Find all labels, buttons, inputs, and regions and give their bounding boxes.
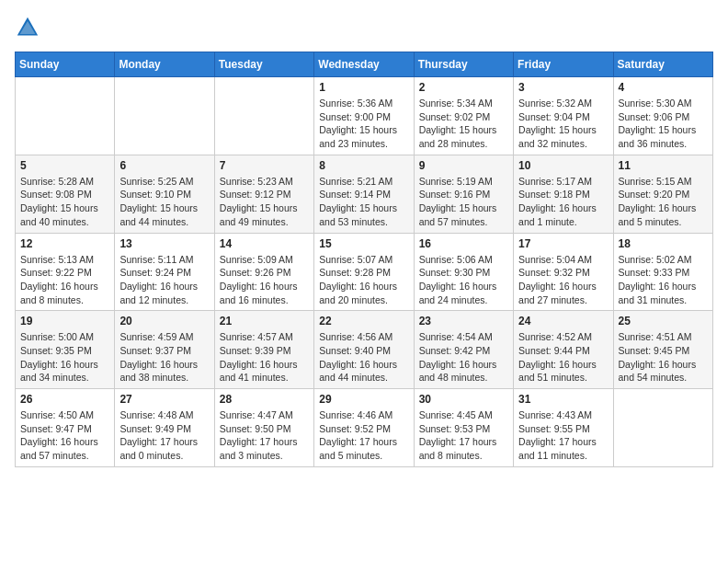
calendar-cell: 10Sunrise: 5:17 AMSunset: 9:18 PMDayligh… [514,155,613,233]
calendar-cell: 16Sunrise: 5:06 AMSunset: 9:30 PMDayligh… [414,233,513,311]
day-info: Sunrise: 5:30 AMSunset: 9:06 PMDaylight:… [619,97,708,151]
calendar-week-row: 1Sunrise: 5:36 AMSunset: 9:00 PMDaylight… [16,77,713,155]
calendar-cell: 15Sunrise: 5:07 AMSunset: 9:28 PMDayligh… [314,233,414,311]
calendar-cell: 2Sunrise: 5:34 AMSunset: 9:02 PMDaylight… [414,77,513,155]
calendar-cell: 22Sunrise: 4:56 AMSunset: 9:40 PMDayligh… [314,311,414,389]
day-info: Sunrise: 5:06 AMSunset: 9:30 PMDaylight:… [419,253,508,307]
calendar-cell: 19Sunrise: 5:00 AMSunset: 9:35 PMDayligh… [16,311,115,389]
day-info: Sunrise: 4:48 AMSunset: 9:49 PMDaylight:… [119,408,209,463]
day-number: 19 [20,315,109,327]
weekday-header: Thursday [414,52,513,77]
calendar-cell: 9Sunrise: 5:19 AMSunset: 9:16 PMDaylight… [414,155,513,233]
calendar-cell: 26Sunrise: 4:50 AMSunset: 9:47 PMDayligh… [16,389,115,467]
day-info: Sunrise: 5:00 AMSunset: 9:35 PMDaylight:… [20,330,109,385]
calendar-week-row: 26Sunrise: 4:50 AMSunset: 9:47 PMDayligh… [16,389,713,467]
day-info: Sunrise: 4:54 AMSunset: 9:42 PMDaylight:… [419,330,508,385]
day-info: Sunrise: 5:11 AMSunset: 9:24 PMDaylight:… [119,253,209,307]
weekday-header: Saturday [613,52,712,77]
day-number: 20 [119,315,209,327]
day-info: Sunrise: 5:02 AMSunset: 9:33 PMDaylight:… [619,253,708,307]
day-info: Sunrise: 5:19 AMSunset: 9:16 PMDaylight:… [419,175,508,229]
day-number: 1 [319,81,408,94]
day-number: 18 [619,237,708,250]
calendar-cell: 20Sunrise: 4:59 AMSunset: 9:37 PMDayligh… [115,311,214,389]
day-info: Sunrise: 5:23 AMSunset: 9:12 PMDaylight:… [220,175,309,229]
day-info: Sunrise: 5:36 AMSunset: 9:00 PMDaylight:… [319,97,408,151]
day-number: 15 [319,237,408,250]
calendar-cell: 27Sunrise: 4:48 AMSunset: 9:49 PMDayligh… [115,389,214,467]
calendar-cell: 13Sunrise: 5:11 AMSunset: 9:24 PMDayligh… [115,233,214,311]
weekday-row: SundayMondayTuesdayWednesdayThursdayFrid… [16,52,713,77]
day-info: Sunrise: 5:04 AMSunset: 9:32 PMDaylight:… [518,253,608,307]
day-info: Sunrise: 5:25 AMSunset: 9:10 PMDaylight:… [119,175,209,229]
day-info: Sunrise: 5:32 AMSunset: 9:04 PMDaylight:… [518,97,608,151]
calendar-cell: 4Sunrise: 5:30 AMSunset: 9:06 PMDaylight… [613,77,712,155]
day-number: 5 [20,159,109,172]
calendar-cell: 29Sunrise: 4:46 AMSunset: 9:52 PMDayligh… [314,389,414,467]
day-number: 14 [220,237,309,250]
day-info: Sunrise: 4:43 AMSunset: 9:55 PMDaylight:… [518,408,608,463]
calendar-cell: 6Sunrise: 5:25 AMSunset: 9:10 PMDaylight… [115,155,214,233]
calendar-cell: 7Sunrise: 5:23 AMSunset: 9:12 PMDaylight… [214,155,313,233]
calendar-cell: 5Sunrise: 5:28 AMSunset: 9:08 PMDaylight… [16,155,115,233]
calendar-cell: 21Sunrise: 4:57 AMSunset: 9:39 PMDayligh… [214,311,313,389]
calendar-cell: 31Sunrise: 4:43 AMSunset: 9:55 PMDayligh… [514,389,613,467]
weekday-header: Friday [514,52,613,77]
day-info: Sunrise: 5:34 AMSunset: 9:02 PMDaylight:… [419,97,508,151]
calendar-cell: 28Sunrise: 4:47 AMSunset: 9:50 PMDayligh… [214,389,313,467]
day-info: Sunrise: 4:57 AMSunset: 9:39 PMDaylight:… [220,330,309,385]
calendar-cell [115,77,214,155]
calendar-cell [214,77,313,155]
day-info: Sunrise: 5:21 AMSunset: 9:14 PMDaylight:… [319,175,408,229]
calendar-week-row: 19Sunrise: 5:00 AMSunset: 9:35 PMDayligh… [16,311,713,389]
calendar-cell: 17Sunrise: 5:04 AMSunset: 9:32 PMDayligh… [514,233,613,311]
calendar-cell: 1Sunrise: 5:36 AMSunset: 9:00 PMDaylight… [314,77,414,155]
calendar-cell: 30Sunrise: 4:45 AMSunset: 9:53 PMDayligh… [414,389,513,467]
calendar-cell: 11Sunrise: 5:15 AMSunset: 9:20 PMDayligh… [613,155,712,233]
day-number: 13 [119,237,209,250]
day-number: 16 [419,237,508,250]
calendar-cell [16,77,115,155]
day-number: 29 [319,393,408,406]
day-info: Sunrise: 4:59 AMSunset: 9:37 PMDaylight:… [119,330,209,385]
weekday-header: Monday [115,52,214,77]
day-number: 24 [518,315,608,327]
day-info: Sunrise: 4:50 AMSunset: 9:47 PMDaylight:… [20,408,109,463]
day-info: Sunrise: 5:09 AMSunset: 9:26 PMDaylight:… [220,253,309,307]
day-info: Sunrise: 5:07 AMSunset: 9:28 PMDaylight:… [319,253,408,307]
day-number: 10 [518,159,608,172]
day-info: Sunrise: 5:17 AMSunset: 9:18 PMDaylight:… [518,175,608,229]
weekday-header: Sunday [16,52,115,77]
calendar-cell: 14Sunrise: 5:09 AMSunset: 9:26 PMDayligh… [214,233,313,311]
calendar-cell: 18Sunrise: 5:02 AMSunset: 9:33 PMDayligh… [613,233,712,311]
calendar-header: SundayMondayTuesdayWednesdayThursdayFrid… [16,52,713,77]
weekday-header: Tuesday [214,52,313,77]
day-number: 17 [518,237,608,250]
day-number: 21 [220,315,309,327]
day-number: 8 [319,159,408,172]
day-info: Sunrise: 4:52 AMSunset: 9:44 PMDaylight:… [518,330,608,385]
day-info: Sunrise: 5:28 AMSunset: 9:08 PMDaylight:… [20,175,109,229]
day-number: 31 [518,393,608,406]
day-number: 3 [518,81,608,94]
weekday-header: Wednesday [314,52,414,77]
day-number: 11 [619,159,708,172]
day-number: 28 [220,393,309,406]
calendar-body: 1Sunrise: 5:36 AMSunset: 9:00 PMDaylight… [16,77,713,467]
calendar-cell: 3Sunrise: 5:32 AMSunset: 9:04 PMDaylight… [514,77,613,155]
day-number: 2 [419,81,508,94]
calendar-cell [613,389,712,467]
day-number: 25 [619,315,708,327]
day-number: 7 [220,159,309,172]
calendar-cell: 12Sunrise: 5:13 AMSunset: 9:22 PMDayligh… [16,233,115,311]
day-number: 4 [619,81,708,94]
page-header [15,15,713,40]
day-number: 27 [119,393,209,406]
day-info: Sunrise: 5:13 AMSunset: 9:22 PMDaylight:… [20,253,109,307]
day-info: Sunrise: 4:56 AMSunset: 9:40 PMDaylight:… [319,330,408,385]
calendar-week-row: 5Sunrise: 5:28 AMSunset: 9:08 PMDaylight… [16,155,713,233]
day-number: 30 [419,393,508,406]
calendar-cell: 23Sunrise: 4:54 AMSunset: 9:42 PMDayligh… [414,311,513,389]
calendar: SundayMondayTuesdayWednesdayThursdayFrid… [15,52,713,467]
day-info: Sunrise: 5:15 AMSunset: 9:20 PMDaylight:… [619,175,708,229]
